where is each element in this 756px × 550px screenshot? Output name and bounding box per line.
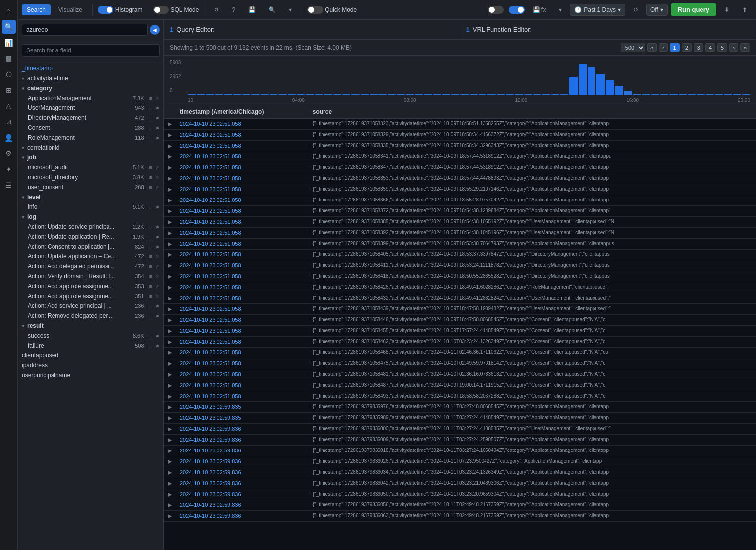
table-row[interactable]: ▶2024-10-10 23:02:51.058{"_timestamp":17… [164,151,756,162]
histogram-toggle-switch[interactable] [98,6,113,14]
row-expand-button[interactable]: ▶ [164,467,176,478]
row-expand-button[interactable]: ▶ [164,391,176,402]
quick-mode-toggle[interactable]: Quick Mode [307,6,357,14]
table-row[interactable]: ▶2024-10-10 23:02:51.058{"_timestamp":17… [164,337,756,348]
log-4-eq[interactable]: ≡ [148,263,153,270]
log-5-eq[interactable]: ≡ [148,273,153,280]
role-mgmt-neq[interactable]: ≠ [155,134,160,141]
chart-bar[interactable] [370,94,378,95]
table-row[interactable]: ▶2024-10-10 23:02:51.058{"_timestamp":17… [164,380,756,391]
table-row[interactable]: ▶2024-10-10 23:02:59.835{"_timestamp":17… [164,413,756,424]
chart-bar[interactable] [742,94,750,95]
table-row[interactable]: ▶2024-10-10 23:02:51.058{"_timestamp":17… [164,239,756,250]
row-expand-button[interactable]: ▶ [164,206,176,217]
log-1-eq[interactable]: ≡ [148,233,153,240]
failure-neq[interactable]: ≠ [155,342,160,349]
table-row[interactable]: ▶2024-10-10 23:02:51.058{"_timestamp":17… [164,130,756,141]
search-zoom-button[interactable]: 🔍 [264,4,281,15]
field-failure[interactable]: failure 508 ≡ ≠ [18,341,163,350]
log-2-neq[interactable]: ≠ [155,243,160,250]
chart-bar[interactable] [306,94,314,95]
row-expand-button[interactable]: ▶ [164,402,176,413]
log-8-eq[interactable]: ≡ [148,302,153,309]
table-row[interactable]: ▶2024-10-10 23:02:51.058{"_timestamp":17… [164,282,756,293]
table-row[interactable]: ▶2024-10-10 23:02:51.058{"_timestamp":17… [164,119,756,130]
field-log-4[interactable]: Action: Add delegated permissi... 472 ≡ … [18,261,163,271]
role-mgmt-eq[interactable]: ≡ [148,134,153,141]
time-selector[interactable]: 🕐 Past 1 Days ▾ [570,4,625,16]
dropdown-arrow-button[interactable]: ▾ [284,4,297,15]
chart-bar[interactable] [278,94,286,95]
chart-bar[interactable] [706,94,714,95]
chart-bar[interactable] [424,94,432,95]
chart-bar[interactable] [642,94,650,95]
ms-audit-neq[interactable]: ≠ [155,164,160,171]
field-search-input[interactable] [22,44,160,57]
plugin-nav-icon[interactable]: ✦ [2,162,16,176]
log-9-eq[interactable]: ≡ [148,312,153,319]
row-expand-button[interactable]: ▶ [164,315,176,326]
chart-bar[interactable] [688,94,696,95]
chart-bar[interactable] [215,94,223,95]
col-timestamp[interactable]: timestamp (America/Chicago) [176,105,309,119]
page-size-select[interactable]: 500 100 50 [621,43,645,52]
apps-nav-icon[interactable]: ⊞ [2,83,16,97]
page-3-button[interactable]: 3 [694,43,703,52]
table-row[interactable]: ▶2024-10-10 23:02:59.836{"_timestamp":17… [164,511,756,522]
chart-bar[interactable] [606,80,614,95]
row-expand-button[interactable]: ▶ [164,141,176,151]
table-row[interactable]: ▶2024-10-10 23:02:59.836{"_timestamp":17… [164,456,756,467]
table-row[interactable]: ▶2024-10-10 23:02:59.836{"_timestamp":17… [164,478,756,489]
table-row[interactable]: ▶2024-10-10 23:02:51.058{"_timestamp":17… [164,369,756,380]
result-group-header[interactable]: ▾ result [18,321,163,331]
row-expand-button[interactable]: ▶ [164,500,176,511]
row-expand-button[interactable]: ▶ [164,195,176,206]
last-page-button[interactable]: » [740,43,750,52]
row-expand-button[interactable]: ▶ [164,173,176,184]
settings-nav-icon[interactable]: ⚙ [2,147,16,160]
results-area[interactable]: timestamp (America/Chicago) source ▶2024… [164,105,756,550]
log-group-header[interactable]: ▾ log [18,212,163,222]
chart-bar[interactable] [569,77,577,95]
field-userprincipalname[interactable]: userprincipalname [18,370,163,380]
log-7-eq[interactable]: ≡ [148,293,153,300]
consent-neq[interactable]: ≠ [155,124,160,131]
page-5-button[interactable]: 5 [717,43,727,52]
failure-eq[interactable]: ≡ [148,342,153,349]
log-7-neq[interactable]: ≠ [155,293,160,300]
field-log-6[interactable]: Action: Add app role assignme... 353 ≡ ≠ [18,281,163,291]
histogram-toggle[interactable]: Histogram [98,6,143,14]
fx-dropdown[interactable]: ▾ [554,4,567,15]
row-expand-button[interactable]: ▶ [164,162,176,173]
chart-bar[interactable] [324,94,332,95]
chart-bar[interactable] [451,94,459,95]
chart-bar[interactable] [378,94,386,95]
chart-bar[interactable] [442,94,450,95]
row-expand-button[interactable]: ▶ [164,271,176,282]
chart-bar[interactable] [551,94,559,95]
log-6-eq[interactable]: ≡ [148,283,153,290]
field-consent[interactable]: Consent 288 ≡ ≠ [18,123,163,133]
sql-mode-toggle[interactable]: SQL Mode [153,6,199,14]
app-mgmt-neq[interactable]: ≠ [155,95,160,101]
log-0-eq[interactable]: ≡ [148,223,153,230]
field-clientappused[interactable]: clientappused [18,350,163,360]
field-log-2[interactable]: Action: Consent to application |... 824 … [18,242,163,251]
field-success[interactable]: success 8.6K ≡ ≠ [18,331,163,341]
field-log-7[interactable]: Action: Add app role assignme... 351 ≡ ≠ [18,291,163,301]
chart-bar[interactable] [297,94,305,95]
row-expand-button[interactable]: ▶ [164,217,176,228]
collapse-panel-button[interactable]: ◀ [150,25,160,35]
chart-bar[interactable] [497,94,505,95]
chart-bar[interactable] [197,94,205,95]
chart-bar[interactable] [342,94,350,95]
table-row[interactable]: ▶2024-10-10 23:02:51.058{"_timestamp":17… [164,304,756,315]
field-microsoft-directory[interactable]: microsoft_directory 3.8K ≡ ≠ [18,172,163,182]
sql-toggle-switch[interactable] [153,6,169,14]
chart-bar[interactable] [524,94,532,95]
chart-bar[interactable] [679,94,687,95]
row-expand-button[interactable]: ▶ [164,250,176,260]
search-nav-icon[interactable]: 🔍 [2,20,16,34]
table-row[interactable]: ▶2024-10-10 23:02:51.058{"_timestamp":17… [164,293,756,304]
chart-bar[interactable] [351,94,359,95]
